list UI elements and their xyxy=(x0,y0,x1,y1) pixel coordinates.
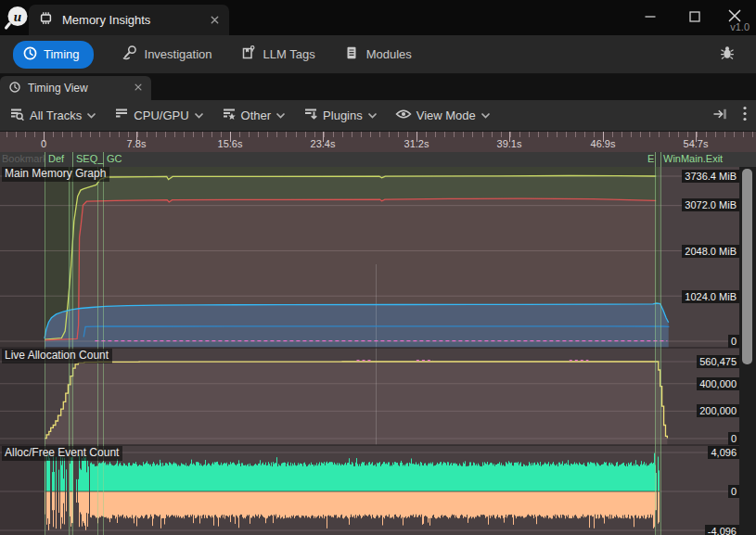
ruler-tick-label: 23.4s xyxy=(311,138,336,149)
axis-label: 200,000 xyxy=(697,404,739,417)
tab-investigation[interactable]: Investigation xyxy=(122,45,212,64)
document-tab-title: Memory Insights xyxy=(62,13,201,27)
chevron-down-icon xyxy=(275,108,286,122)
bug-icon xyxy=(719,45,736,65)
axis-label: 0 xyxy=(728,335,739,348)
ruler-tick-label: 15.6s xyxy=(218,138,243,149)
memory-insights-window: u Memory Insights v1.0 xyxy=(0,0,756,535)
bookmark-e[interactable]: E xyxy=(647,153,654,164)
all-tracks-dropdown[interactable]: All Tracks xyxy=(9,107,96,124)
ruler-tick-label: 31.2s xyxy=(404,138,429,149)
axis-label: 400,000 xyxy=(697,377,739,390)
tab-llm-tags-label: LLM Tags xyxy=(263,47,315,61)
axis-label: 2048.0 MiB xyxy=(682,245,739,258)
tab-close-icon[interactable] xyxy=(134,82,143,95)
scrollbar-thumb[interactable] xyxy=(742,169,752,364)
ruler-tick-label: 0 xyxy=(41,138,46,149)
track-header-main-memory-graph[interactable]: Main Memory Graph xyxy=(2,167,109,182)
tab-llm-tags[interactable]: LLM Tags xyxy=(240,45,315,64)
ruler-tick-label: 7.8s xyxy=(127,138,147,149)
timeline-graph-canvas[interactable] xyxy=(0,167,756,535)
cpu-gpu-dropdown[interactable]: CPU/GPU xyxy=(114,107,203,124)
bookmark-marker-line xyxy=(655,152,656,167)
investigation-icon xyxy=(122,45,138,64)
tab-modules[interactable]: Modules xyxy=(343,45,412,64)
titlebar: u Memory Insights v1.0 xyxy=(0,0,756,35)
chevron-down-icon xyxy=(367,108,378,122)
jump-to-end-button[interactable] xyxy=(712,107,728,125)
tab-timing-view-label: Timing View xyxy=(28,82,127,95)
minimize-button[interactable] xyxy=(642,8,659,25)
tab-modules-label: Modules xyxy=(366,47,412,61)
timeline-tracks-area[interactable]: Main Memory Graph Live Allocation Count … xyxy=(0,167,756,535)
vertical-scrollbar[interactable] xyxy=(739,167,756,535)
track-header-live-allocation-count[interactable]: Live Allocation Count xyxy=(2,349,112,363)
app-version-label: v1.0 xyxy=(730,21,750,32)
bookmark-gc[interactable]: GC xyxy=(107,153,122,164)
debug-button[interactable] xyxy=(719,45,736,65)
all-tracks-label: All Tracks xyxy=(30,108,82,122)
other-tracks-label: Other xyxy=(241,108,272,122)
axis-label: -4,096 xyxy=(705,525,739,535)
bookmark-seq[interactable]: SEQ_ xyxy=(76,153,103,164)
tab-timing-view[interactable]: Timing View xyxy=(0,76,151,100)
bookmark-marker-line xyxy=(660,152,661,167)
document-tab-memory-insights[interactable]: Memory Insights xyxy=(29,5,229,35)
bookmark-def[interactable]: Def xyxy=(48,153,64,164)
cpu-gpu-tracks-icon xyxy=(114,107,129,124)
tab-timing-label: Timing xyxy=(44,47,80,61)
chevron-down-icon xyxy=(481,108,491,122)
ruler-tick-label: 54.7s xyxy=(684,138,709,149)
axis-label: 1024.0 MiB xyxy=(682,290,739,303)
plugins-label: Plugins xyxy=(323,108,363,122)
bookmark-marker-line xyxy=(45,152,45,167)
llm-tags-icon xyxy=(240,45,257,64)
more-options-button[interactable] xyxy=(743,106,747,125)
axis-label: 0 xyxy=(728,432,739,445)
axis-label: 0 xyxy=(728,485,739,498)
cpu-gpu-label: CPU/GPU xyxy=(134,108,188,122)
tab-close-icon[interactable] xyxy=(210,12,220,29)
main-toolbar: Timing Investigation LLM Ta xyxy=(0,35,756,74)
plugins-dropdown[interactable]: Plugins xyxy=(303,107,378,124)
tab-timing[interactable]: Timing xyxy=(13,41,94,69)
eye-icon xyxy=(395,108,412,123)
ruler-tick-label: 39.1s xyxy=(497,138,522,149)
ruler-minor-ticks xyxy=(6,132,756,137)
track-header-alloc-free-event-count[interactable]: Alloc/Free Event Count xyxy=(2,446,122,461)
axis-label: 3736.4 MiB xyxy=(682,170,739,183)
chevron-down-icon xyxy=(86,108,96,122)
plugins-tracks-icon xyxy=(303,107,318,124)
axis-label: 3072.0 MiB xyxy=(682,198,739,211)
other-tracks-dropdown[interactable]: Other xyxy=(222,107,287,124)
axis-label: 4,096 xyxy=(708,446,739,459)
bookmark-winmain-exit[interactable]: WinMain.Exit xyxy=(663,153,723,164)
unreal-insights-logo-icon: u xyxy=(4,4,32,32)
bookmarks-row[interactable]: Bookmarks Def SEQ_ GC E WinMain.Exit xyxy=(0,152,756,167)
view-mode-label: View Mode xyxy=(416,108,476,122)
axis-label: 560,475 xyxy=(697,355,739,368)
clock-icon xyxy=(8,81,21,96)
bookmarks-row-label: Bookmarks xyxy=(2,153,45,164)
other-tracks-star-icon xyxy=(222,107,237,124)
time-ruler[interactable]: 0 7.8s 15.6s 23.4s 31.2s 39.1s 46.9s 54.… xyxy=(0,132,756,152)
ruler-tick-label: 46.9s xyxy=(591,138,616,149)
view-tab-bar: Timing View xyxy=(0,74,756,100)
view-mode-dropdown[interactable]: View Mode xyxy=(395,108,491,123)
svg-text:u: u xyxy=(14,9,21,24)
bookmark-marker-line xyxy=(72,152,73,167)
all-tracks-icon xyxy=(9,107,25,124)
tab-investigation-label: Investigation xyxy=(145,47,212,61)
maximize-button[interactable] xyxy=(686,8,703,25)
memory-chip-icon xyxy=(38,10,54,30)
modules-icon xyxy=(343,45,360,64)
track-filter-bar: All Tracks CPU/GPU Other xyxy=(0,100,756,132)
clock-icon xyxy=(22,45,38,64)
chevron-down-icon xyxy=(194,108,204,122)
